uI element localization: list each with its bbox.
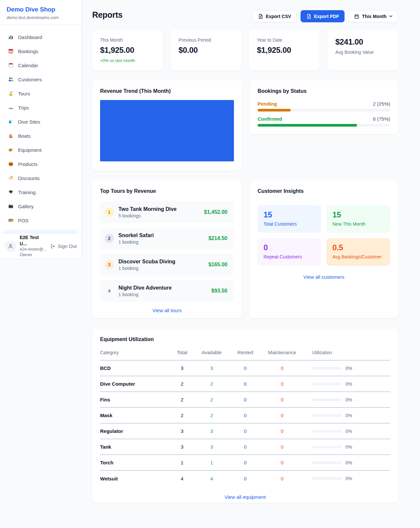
sidebar-item-products[interactable]: Products bbox=[4, 157, 77, 171]
sidebar-item-pos[interactable]: POS bbox=[4, 213, 77, 227]
status-label: Pending bbox=[258, 101, 277, 107]
sidebar-item-boats[interactable]: Boats bbox=[4, 129, 77, 143]
available-cell: 2 bbox=[194, 397, 230, 402]
stat-value: $1,925.00 bbox=[100, 46, 155, 55]
user-info: E2E Test U... e2e-tester@... Owner bbox=[20, 234, 47, 257]
sidebar-item-reports-active-clipped[interactable] bbox=[4, 230, 77, 233]
desert-island-icon bbox=[8, 91, 14, 96]
sidebar-item-dashboard[interactable]: Dashboard bbox=[4, 30, 77, 44]
utilization-bar bbox=[312, 414, 342, 417]
sidebar-item-discounts[interactable]: Discounts bbox=[4, 171, 77, 185]
table-row: Tank 3 3 0 0 0% bbox=[100, 439, 390, 455]
tear-off-calendar-icon bbox=[8, 62, 14, 68]
view-all-customers-link[interactable]: View all customers bbox=[258, 274, 390, 280]
available-cell: 1 bbox=[194, 460, 230, 465]
sidebar-item-label: Tours bbox=[18, 91, 30, 96]
tour-revenue: $93.50 bbox=[211, 288, 227, 294]
view-all-tours-link[interactable]: View all tours bbox=[100, 308, 234, 313]
tour-name: Two Tank Morning Dive bbox=[118, 206, 177, 212]
export-csv-button[interactable]: Export CSV bbox=[252, 10, 297, 22]
table-header-row: Category Total Available Rented Maintena… bbox=[100, 350, 390, 360]
sign-out-button[interactable]: Sign Out bbox=[50, 243, 77, 249]
tour-bookings: 1 booking bbox=[118, 266, 175, 271]
avatar bbox=[5, 240, 16, 252]
calendar-icon bbox=[354, 14, 359, 19]
user-role: Owner bbox=[20, 252, 47, 258]
category-cell: Wetsuit bbox=[100, 476, 171, 481]
status-value: 2 (25%) bbox=[373, 101, 390, 107]
equipment-utilization-title: Equipment Utilization bbox=[100, 336, 390, 342]
sidebar-item-label: Trips bbox=[18, 105, 29, 111]
period-selector[interactable]: This Month bbox=[348, 10, 398, 22]
table-row: BCD 3 3 0 0 0% bbox=[100, 360, 390, 376]
tile-label: Total Customers bbox=[263, 221, 315, 227]
utilization-cell: 0% bbox=[304, 444, 390, 450]
column-header-maintenance: Maintenance bbox=[261, 350, 304, 355]
graduation-cap-icon bbox=[8, 189, 14, 195]
available-cell: 3 bbox=[194, 428, 230, 434]
utilization-percent: 0% bbox=[346, 476, 352, 481]
available-cell: 3 bbox=[194, 444, 230, 450]
column-header-category: Category bbox=[100, 350, 171, 355]
revenue-trend-chart bbox=[100, 100, 234, 161]
sidebar-item-bookings[interactable]: 17 Bookings bbox=[4, 44, 77, 58]
rank-badge: 4 bbox=[105, 286, 114, 295]
sidebar-item-label: Dive Sites bbox=[18, 119, 40, 125]
page-header: Reports Export CSV Export PDF This Month bbox=[92, 10, 398, 22]
sidebar-item-gallery[interactable]: Gallery bbox=[4, 199, 77, 213]
period-selector-label: This Month bbox=[362, 14, 387, 19]
rented-cell: 0 bbox=[230, 381, 261, 387]
maintenance-cell: 0 bbox=[261, 460, 304, 465]
total-cell: 2 bbox=[171, 381, 194, 387]
revenue-trend-panel: Revenue Trend (This Month) bbox=[92, 80, 242, 171]
stat-card-this-month: This Month $1,925.00 +0% vs last month bbox=[92, 30, 163, 71]
tile-label: New This Month bbox=[332, 221, 384, 227]
utilization-cell: 0% bbox=[304, 366, 390, 371]
utilization-cell: 0% bbox=[304, 476, 390, 481]
sidebar-item-tours[interactable]: Tours bbox=[4, 87, 77, 100]
utilization-bar bbox=[312, 430, 342, 433]
bookings-by-status-title: Bookings by Status bbox=[258, 88, 390, 94]
stat-label: Year to Date bbox=[257, 37, 312, 43]
sidebar-item-label: Boats bbox=[18, 133, 31, 139]
sidebar-item-dive-sites[interactable]: Dive Sites bbox=[4, 115, 77, 129]
equipment-table: Category Total Available Rented Maintena… bbox=[100, 350, 390, 486]
utilization-bar bbox=[312, 446, 342, 448]
utilization-bar bbox=[312, 367, 342, 370]
tour-bookings: 1 booking bbox=[118, 292, 172, 297]
utilization-percent: 0% bbox=[346, 366, 352, 371]
export-csv-label: Export CSV bbox=[266, 14, 291, 19]
utilization-cell: 0% bbox=[304, 381, 390, 387]
sidebar-item-customers[interactable]: Customers bbox=[4, 72, 77, 86]
sidebar-item-calendar[interactable]: Calendar bbox=[4, 58, 77, 72]
sidebar-item-label: Equipment bbox=[18, 147, 42, 153]
stats-row: This Month $1,925.00 +0% vs last month P… bbox=[92, 30, 398, 71]
stat-value: $1,925.00 bbox=[257, 46, 312, 55]
maintenance-cell: 0 bbox=[261, 413, 304, 418]
utilization-bar bbox=[312, 383, 342, 385]
rented-cell: 0 bbox=[230, 365, 261, 371]
status-row-confirmed: Confirmed 6 (75%) bbox=[258, 116, 390, 127]
tour-revenue: $165.00 bbox=[208, 262, 227, 268]
stat-card-previous-period: Previous Period $0.00 bbox=[171, 30, 241, 71]
sign-out-label: Sign Out bbox=[58, 243, 77, 249]
rented-cell: 0 bbox=[230, 460, 261, 465]
total-cell: 4 bbox=[171, 476, 194, 481]
rented-cell: 0 bbox=[230, 476, 261, 481]
sidebar-item-label: Calendar bbox=[18, 63, 38, 68]
sidebar-item-equipment[interactable]: Equipment bbox=[4, 143, 77, 157]
table-row: Wetsuit 4 4 0 0 0% bbox=[100, 471, 390, 486]
category-cell: Regulator bbox=[100, 428, 171, 434]
utilization-cell: 0% bbox=[304, 429, 390, 434]
sidebar-item-training[interactable]: Training bbox=[4, 185, 77, 199]
view-all-equipment-link[interactable]: View all equipment bbox=[100, 494, 390, 500]
tile-value: 0.5 bbox=[332, 243, 384, 252]
sidebar-header: Demo Dive Shop demo.test.divestreams.com bbox=[0, 0, 81, 25]
sidebar-item-label: Products bbox=[18, 161, 37, 167]
sidebar-item-trips[interactable]: Trips bbox=[4, 101, 77, 114]
rank-badge: 1 bbox=[105, 208, 114, 217]
tour-name: Snorkel Safari bbox=[118, 233, 154, 238]
export-pdf-button[interactable]: Export PDF bbox=[301, 10, 345, 22]
rank-badge: 2 bbox=[105, 234, 114, 243]
maintenance-cell: 0 bbox=[261, 381, 304, 387]
